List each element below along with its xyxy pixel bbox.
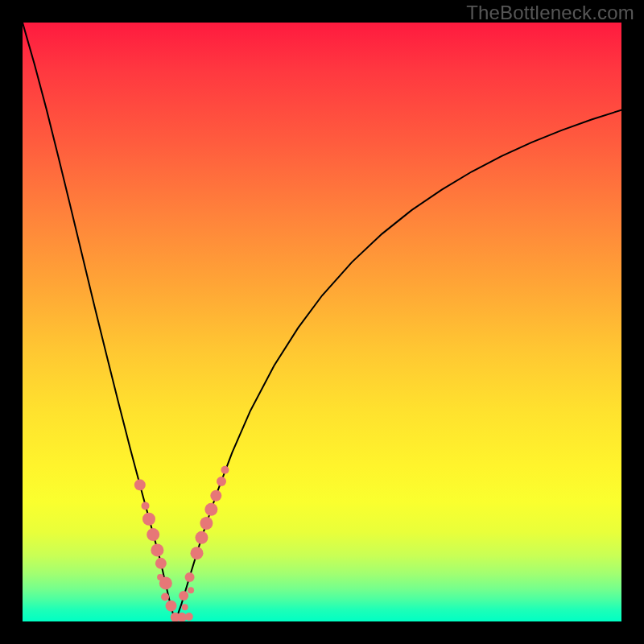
data-marker [142,513,155,526]
data-marker [161,593,169,601]
data-marker [151,543,163,556]
data-marker [159,576,172,589]
data-marker [166,601,177,612]
data-markers [134,466,229,621]
data-marker [191,547,204,559]
data-marker [142,502,150,510]
curve-right-branch [175,110,621,621]
data-marker [185,572,195,582]
data-marker [217,477,226,486]
data-marker [185,613,193,621]
data-marker [155,558,167,569]
data-marker [200,517,213,530]
data-marker [182,604,188,610]
data-marker [221,466,229,474]
chart-frame: TheBottleneck.com [0,0,644,644]
data-marker [134,479,146,490]
data-marker [195,531,208,544]
data-marker [147,528,159,541]
data-marker [188,587,194,593]
plot-area [23,23,621,621]
curve-layer [23,23,621,621]
data-marker [210,490,221,502]
data-marker [204,503,217,516]
watermark-text: TheBottleneck.com [466,2,634,24]
data-marker [179,591,188,601]
